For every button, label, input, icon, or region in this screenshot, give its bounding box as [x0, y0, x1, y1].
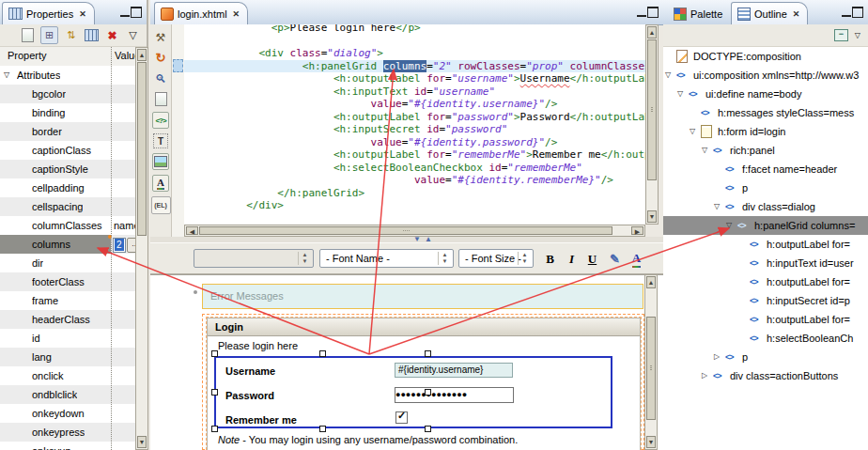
intro-text[interactable]: Please login here — [218, 340, 298, 351]
minimize-icon[interactable] — [637, 7, 646, 17]
chevron-updown-icon[interactable]: ▲▼ — [298, 252, 311, 265]
property-row[interactable]: lang — [0, 348, 135, 366]
outline-row[interactable]: <>h:selectBooleanCh — [663, 329, 868, 348]
remember-me-checkbox[interactable]: ✓ — [395, 411, 408, 424]
code-line[interactable]: </h:panelGrid> — [184, 187, 645, 200]
value-spinner[interactable]: 2 — [113, 238, 126, 253]
preferences-icon[interactable]: ⚒ — [153, 29, 169, 45]
scroll-up-arrow[interactable]: ▲ — [646, 276, 656, 288]
scrollbar-thumb[interactable] — [647, 39, 657, 180]
outline-row[interactable]: ▷<>div class=actionButtons — [663, 366, 868, 385]
code-line[interactable] — [184, 35, 645, 48]
maximize-icon[interactable] — [131, 7, 142, 18]
property-row[interactable]: ▽Attributes — [0, 66, 135, 85]
font-color-icon[interactable]: A — [628, 250, 645, 268]
expander-icon[interactable]: ▽ — [665, 66, 671, 85]
property-row[interactable]: footerClass — [0, 272, 135, 291]
refresh-icon[interactable]: ↻ — [153, 50, 169, 66]
underline-button[interactable]: U — [583, 250, 601, 268]
code-line[interactable]: <h:inputSecret id="password" — [184, 123, 645, 136]
tree-mode-icon[interactable]: ⊞ — [40, 26, 58, 44]
outline-row[interactable]: <>h:outputLabel for= — [663, 310, 868, 329]
property-value[interactable]: name, — [114, 216, 135, 235]
code-line[interactable]: </div> — [184, 199, 645, 212]
property-row[interactable]: onkeypress — [0, 423, 135, 442]
maximize-icon[interactable] — [852, 7, 863, 18]
close-icon[interactable]: ✕ — [233, 9, 240, 19]
expander-icon[interactable]: ▽ — [702, 141, 707, 160]
scroll-up-arrow[interactable]: ▲ — [647, 26, 657, 39]
maximize-icon[interactable] — [647, 7, 659, 18]
italic-button[interactable]: I — [563, 250, 581, 268]
outline-row[interactable]: <>h:inputSecret id=p — [663, 291, 868, 310]
tab-properties[interactable]: Properties ✕ — [2, 2, 95, 24]
password-input[interactable]: ●●●●●●●●●●●●●● — [395, 387, 514, 403]
scroll-left-arrow[interactable]: ◀ — [186, 226, 198, 235]
selection-handle[interactable] — [211, 389, 218, 396]
outline-row[interactable]: <>h:outputLabel for= — [663, 272, 868, 291]
view-menu-icon[interactable]: ▽ — [125, 27, 141, 43]
search-icon[interactable]: 🔍︎ — [153, 70, 169, 86]
selection-handle[interactable] — [425, 389, 431, 396]
outline-row[interactable]: <>h:inputText id=user — [663, 254, 868, 272]
minimize-icon[interactable] — [120, 7, 130, 17]
scroll-down-arrow[interactable]: ▼ — [137, 436, 147, 448]
font-name-select[interactable]: - Font Name - ▲▼ — [319, 249, 454, 268]
code-line[interactable]: value="#{identity.password}"/> — [184, 136, 645, 149]
property-row[interactable]: headerClass — [0, 310, 135, 329]
el-expression-icon[interactable]: (EL) — [151, 196, 171, 214]
expander-icon[interactable]: ▽ — [726, 216, 732, 235]
code-line[interactable]: <p>Please login here</p> — [184, 24, 645, 35]
scroll-down-arrow[interactable]: ▼ — [647, 210, 657, 223]
tab-palette[interactable]: Palette — [667, 2, 731, 24]
chevron-updown-icon[interactable]: ▲▼ — [438, 252, 451, 265]
text-format-icon[interactable]: T — [153, 133, 168, 148]
selection-handle[interactable] — [211, 426, 218, 432]
collapse-all-icon[interactable]: − — [834, 29, 848, 41]
image-icon[interactable] — [152, 153, 169, 170]
scrollbar-thumb[interactable] — [199, 226, 612, 235]
login-panel-header[interactable]: Login — [208, 318, 640, 336]
property-row[interactable]: captionClass — [0, 141, 135, 160]
view-menu-icon[interactable]: ▽ — [855, 31, 860, 39]
property-row[interactable]: cellspacing — [0, 197, 135, 216]
property-row[interactable]: onclick — [0, 366, 135, 385]
outline-row[interactable]: <>h:messages styleClass=mess — [663, 103, 868, 122]
scrollbar-thumb[interactable] — [137, 62, 147, 236]
outline-row[interactable]: ▽h:form id=login — [663, 122, 868, 141]
selection-handle[interactable] — [319, 426, 326, 432]
expander-icon[interactable]: ▷ — [702, 366, 707, 385]
code-line[interactable]: <h:selectBooleanCheckbox id="rememberMe" — [184, 162, 645, 175]
editor-gutter[interactable] — [172, 24, 185, 237]
block-format-select[interactable]: ▲▼ — [194, 249, 314, 268]
bold-button[interactable]: B — [541, 250, 559, 268]
sort-icon[interactable]: ⇅ — [63, 27, 79, 43]
property-row[interactable]: columns2... — [0, 235, 135, 254]
code-line[interactable]: value="#{identity.username}"/> — [184, 98, 645, 111]
outline-row[interactable]: ▽<>ui:define name=body — [663, 85, 868, 103]
property-row[interactable]: captionStyle — [0, 160, 135, 178]
browse-button[interactable]: ... — [127, 238, 135, 253]
tab-outline[interactable]: Outline ✕ — [731, 2, 808, 24]
property-row[interactable]: dir — [0, 254, 135, 272]
outline-row[interactable]: <>h:outputLabel for= — [663, 235, 868, 254]
highlight-pen-icon[interactable]: ✎ — [606, 250, 624, 268]
chevron-updown-icon[interactable]: ▲▼ — [518, 252, 531, 265]
minimize-icon[interactable] — [842, 7, 851, 17]
close-icon[interactable]: ✕ — [79, 9, 86, 19]
properties-scrollbar[interactable]: ▲ ▼ — [135, 47, 148, 450]
code-line[interactable]: <h:inputText id="username" — [184, 85, 645, 99]
expander-icon[interactable]: ▽ — [690, 122, 695, 141]
outline-row[interactable]: ▽<>div class=dialog — [663, 197, 868, 216]
outline-row[interactable]: ▽<>ui:composition xmlns=http://www.w3 — [663, 66, 868, 85]
scroll-right-arrow[interactable]: ▶ — [631, 226, 643, 235]
expander-icon[interactable]: ▷ — [714, 348, 720, 366]
editor-vscrollbar[interactable]: ▲ ▼ — [645, 24, 659, 225]
font-size-select[interactable]: - Font Size - ▲▼ — [458, 249, 534, 268]
scrollbar-thumb[interactable] — [646, 317, 656, 420]
outline-row[interactable]: ▽<>rich:panel — [663, 141, 868, 160]
edit-table-icon[interactable] — [84, 27, 100, 43]
preview-scrollbar[interactable]: ▲ ▼ — [644, 274, 658, 450]
scroll-up-arrow[interactable]: ▲ — [137, 49, 147, 61]
expander-icon[interactable]: ▽ — [677, 85, 683, 103]
